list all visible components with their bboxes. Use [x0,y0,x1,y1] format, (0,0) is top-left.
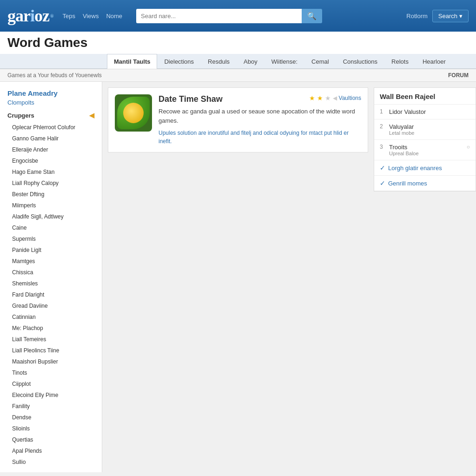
list-item[interactable]: Tinots [0,367,102,378]
right-panel: Wall Been Rajeel 1 Lidor Valustor 2 Valu… [374,82,476,472]
right-item-name-1[interactable]: Lidor Valustor [389,108,470,115]
list-item[interactable]: Engocisbe [0,155,102,166]
list-item[interactable]: Gread Daviine [0,300,102,311]
right-item-sub-2: Letal mobe [389,130,470,136]
list-item[interactable]: Liall Rophy Calopy [0,178,102,189]
nav-views[interactable]: Views [83,13,99,20]
right-item-name-2[interactable]: Valuyalar [389,123,470,130]
tab-wiitlense[interactable]: Wiitlense: [264,54,304,69]
search-dropdown-icon: ▾ [459,13,463,20]
right-item-sub-3: Upreal Baloe [389,151,463,156]
list-item[interactable]: Ciipplot [0,378,102,390]
list-item[interactable]: Dendse [0,412,102,423]
sidebar-collapse-icon[interactable]: ◀ [89,112,94,119]
tab-cemal[interactable]: Cemal [304,54,336,69]
search-label: Search [438,13,457,20]
rollorm-link[interactable]: Rotlorm [406,13,428,20]
list-item[interactable]: Maaishori Bupslier [0,356,102,367]
right-check-item-2[interactable]: ✓ Genrill momes [374,176,476,191]
right-item-num-1: 1 [380,108,385,115]
logo-trademark: ® [50,13,53,19]
nav-teps[interactable]: Teps [62,13,75,20]
right-item-content-3: Trooits Upreal Baloe [389,144,463,156]
list-item[interactable]: Fanility [0,401,102,412]
list-item[interactable]: Caine [0,222,102,233]
star-empty-1: ★ [325,94,331,102]
list-item[interactable]: Fard Dlaright [0,289,102,300]
list-item[interactable]: Panide Liglt [0,245,102,256]
page-title: Word Games [0,35,476,54]
nav-links: Teps Views Nome [62,13,122,20]
list-item[interactable]: Elecoind Elly Pime [0,390,102,401]
list-item[interactable]: Liall Temeires [0,334,102,345]
sidebar-section-title: Plane Ameadry [0,86,102,98]
search-button[interactable]: Search ▾ [432,10,469,22]
search-bar: 🔍 [136,9,322,23]
right-list-item-1: 1 Lidor Valustor [374,105,476,119]
list-item[interactable]: Supermls [0,233,102,245]
list-item[interactable]: Catinnian [0,311,102,323]
right-check-label-2: Genrill momes [388,180,427,187]
content-area: Date Time Shaw ★ ★ ★ ◀ Vaultions Recowe … [102,82,374,472]
logo-text: garioz [7,6,49,26]
sub-bar-text: Games at a Your febuds of Youenewls [7,72,102,79]
rating-sep: ◀ [333,95,337,101]
game-info: Date Time Shaw ★ ★ ★ ◀ Vaultions Recowe … [159,94,361,145]
right-check-label-1: Lorgh glatir enanres [388,165,442,172]
list-item[interactable]: Me: Plachop [0,323,102,334]
check-icon-1: ✓ [380,164,385,172]
game-thumb-circle-shape [123,103,144,123]
list-item[interactable]: Hago Eame Stan [0,166,102,178]
list-item[interactable]: Ganno Game Halir [0,133,102,144]
main-layout: Plane Ameadry Clompolts Crupgers ◀ Oplec… [0,82,476,472]
page-title-bar: Word Games Mantil Taults Dielections Res… [0,32,476,69]
search-input[interactable] [136,9,302,23]
header-right: Rotlorm Search ▾ [406,10,469,22]
nav-nome[interactable]: Nome [106,13,122,20]
game-title-row: Date Time Shaw ★ ★ ★ ◀ Vaultions [159,94,361,104]
sidebar-category-header[interactable]: Crupgers ◀ [0,109,102,122]
sub-bar-forum[interactable]: FORUM [448,72,469,79]
tab-dielections[interactable]: Dielections [157,54,201,69]
check-icon-2: ✓ [380,179,385,187]
tab-resduls[interactable]: Resduls [201,54,237,69]
variations-link[interactable]: Vaultions [339,95,361,101]
list-item[interactable]: Quertias [0,434,102,445]
list-item[interactable]: Elleraije Ander [0,144,102,155]
game-more-link[interactable]: Upules solution are inorutiful and fitel… [159,129,361,145]
tab-relots[interactable]: Relots [384,54,416,69]
list-item[interactable]: Apal Plends [0,445,102,456]
list-item[interactable]: Shemisles [0,278,102,289]
right-list-item-2: 2 Valuyalar Letal mobe [374,119,476,140]
game-description: Recowe ac ganda gual a used or seaue son… [159,107,361,125]
game-thumbnail [115,94,152,132]
search-icon-button[interactable]: 🔍 [302,9,322,23]
list-item[interactable]: Miimperls [0,200,102,211]
star-filled-2: ★ [317,94,323,102]
list-item[interactable]: Aladife Sigll, Adtlwey [0,211,102,222]
logo[interactable]: garioz ® [7,6,53,26]
right-item-num-2: 2 [380,123,385,130]
right-item-content-2: Valuyalar Letal mobe [389,123,470,136]
right-item-icon-3: ○ [467,144,470,150]
list-item[interactable]: Slioinls [0,423,102,434]
star-filled-1: ★ [309,94,315,102]
list-item[interactable]: Mamtges [0,256,102,267]
right-check-item-1[interactable]: ✓ Lorgh glatir enanres [374,160,476,176]
sidebar-list: Oplecar Phlerroot Colufor Ganno Game Hal… [0,122,102,468]
tab-aboy[interactable]: Aboy [237,54,264,69]
tab-consluctions[interactable]: Consluctions [336,54,384,69]
tab-bar: Mantil Taults Dielections Resduls Aboy W… [0,54,476,69]
sidebar: Plane Ameadry Clompolts Crupgers ◀ Oplec… [0,82,102,472]
list-item[interactable]: Sullio [0,456,102,468]
list-item[interactable]: Liall Pleolincs Tiine [0,345,102,356]
list-item[interactable]: Chissica [0,267,102,278]
list-item[interactable]: Oplecar Phlerroot Colufor [0,122,102,133]
game-card: Date Time Shaw ★ ★ ★ ◀ Vaultions Recowe … [108,87,368,152]
tab-hearloer[interactable]: Hearloer [416,54,453,69]
tab-mantil-taults[interactable]: Mantil Taults [107,54,157,69]
list-item[interactable]: Bester Dfting [0,189,102,200]
sidebar-sub-link[interactable]: Clompolts [0,98,102,109]
right-item-name-3[interactable]: Trooits [389,144,463,151]
right-list-item-3: 3 Trooits Upreal Baloe ○ [374,140,476,160]
